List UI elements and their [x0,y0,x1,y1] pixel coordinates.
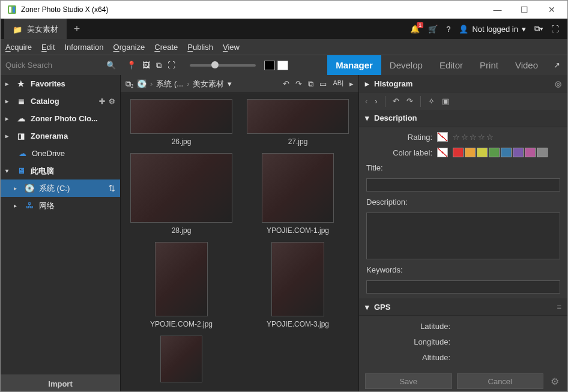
menu-information[interactable]: Information [65,43,104,52]
thumbnail-item[interactable]: YPOJIE.COM-3.jpg [244,242,352,328]
sidebar-this-pc[interactable]: ▾ 🖥 此电脑 [1,162,120,179]
thumbnail-size-slider[interactable] [190,64,256,67]
menu-publish[interactable]: Publish [187,43,213,52]
crop-icon[interactable]: ▣ [442,97,449,106]
thumbnail-item[interactable] [127,336,235,382]
mode-manager[interactable]: Manager [327,55,381,76]
sidebar-favorites[interactable]: ▸ ★ Favorites [1,75,120,92]
cart-icon[interactable]: 🛒 [428,25,438,34]
rotate-ccw-icon[interactable]: ↶ [393,97,399,106]
cloud-icon: ☁ [16,114,26,123]
sidebar-system-c[interactable]: ▸ 💽 系统 (C:) ⇅ [1,179,120,197]
color-swatch[interactable] [501,148,512,157]
compare-icon[interactable]: ⧉₂ [125,79,133,89]
chevron-right-icon[interactable]: ▸ [349,79,354,89]
quick-search[interactable]: Quick Search 🔍 [1,55,121,76]
menu-icon[interactable]: ≡ [557,303,561,312]
thumbnail-item[interactable]: 27.jpg [244,99,352,146]
colorlabel-clear[interactable] [437,148,448,157]
notifications-button[interactable]: 🔔 1 [410,25,420,34]
prev-icon[interactable]: ‹ [365,97,367,106]
rotate-left-icon[interactable]: ↶ [283,79,289,89]
chevron-right-icon: ▸ [365,79,369,88]
wand-icon[interactable]: ✧ [428,97,435,106]
thumbnail-image [130,99,232,134]
bg-dark-swatch[interactable] [264,61,275,70]
tab-add-button[interactable]: + [67,19,87,39]
login-dropdown[interactable]: 👤 Not logged in ▾ [459,25,526,34]
keywords-label: Keywords: [366,265,560,274]
keywords-input[interactable] [366,280,560,294]
settings-gear-icon[interactable]: ⚙ [548,376,561,387]
color-swatch[interactable] [537,148,548,157]
location-pin-icon[interactable]: 📍 [127,61,136,70]
color-swatch[interactable] [477,148,488,157]
menu-create[interactable]: Create [154,43,178,52]
slider-thumb[interactable] [211,61,219,68]
color-swatch[interactable] [513,148,524,157]
home-drive-icon[interactable]: 💽 [137,79,147,88]
layout-toggle-icon[interactable]: ⧉▾ [534,24,543,34]
color-swatch[interactable] [489,148,500,157]
help-icon[interactable]: ? [446,25,450,34]
import-button[interactable]: Import [1,375,120,392]
menu-acquire[interactable]: Acquire [5,43,32,52]
catalog-icon: ≣ [16,97,26,106]
section-gps-header[interactable]: ▾ GPS ≡ [359,298,567,316]
bg-light-swatch[interactable] [277,61,288,70]
rating-clear[interactable] [437,132,448,142]
sidebar-zonerama[interactable]: ▸ ◨ Zonerama [1,127,120,145]
fullscreen-icon[interactable]: ⛶ [551,25,559,34]
cancel-button[interactable]: Cancel [457,373,544,389]
updown-icon[interactable]: ⇅ [109,184,115,193]
select-icon[interactable]: ▭ [319,79,327,89]
window-maximize-button[interactable]: ☐ [511,1,538,19]
color-swatch[interactable] [465,148,476,157]
expand-icon[interactable]: ⛶ [168,61,175,70]
breadcrumb-folder[interactable]: 美女素材 [193,79,224,89]
breadcrumb-drive[interactable]: 系统 (... [156,79,183,89]
sidebar-catalog[interactable]: ▸ ≣ Catalog ✚⚙ [1,92,120,110]
tab-current-folder[interactable]: 📁 美女素材 [4,19,67,39]
menu-view[interactable]: View [223,43,240,52]
mode-editor[interactable]: Editor [431,55,471,76]
section-histogram-header[interactable]: ▸ Histogram ◎ [359,75,567,92]
thumbnail-item[interactable]: YPOJIE.COM-2.jpg [127,242,235,328]
mode-develop[interactable]: Develop [381,55,431,76]
window-close-button[interactable]: ✕ [538,1,565,19]
colorlabel-label: Color label: [366,148,432,157]
sidebar-zoner-cloud[interactable]: ▸ ☁ Zoner Photo Clo... [1,110,120,127]
section-description-header[interactable]: ▾ Description [359,110,567,127]
thumbnail-item[interactable]: 26.jpg [127,99,235,146]
save-button[interactable]: Save [365,373,452,389]
copy-icon[interactable]: ⧉ [308,79,313,89]
svg-rect-1 [9,7,11,13]
thumbnail-item[interactable]: YPOJIE.COM-1.jpg [244,153,352,235]
filter-tool-icon[interactable]: ⧉ [156,61,162,70]
title-input[interactable] [366,178,560,191]
color-swatch[interactable] [525,148,536,157]
add-icon[interactable]: ✚ [99,97,105,106]
external-link-icon[interactable]: ↗ [546,55,567,76]
rotate-right-icon[interactable]: ↷ [295,79,302,89]
sidebar-onedrive[interactable]: ☁ OneDrive [1,145,120,162]
color-swatch[interactable] [453,148,464,157]
mode-print[interactable]: Print [471,55,507,76]
menu-edit[interactable]: Edit [41,43,55,52]
menu-organize[interactable]: Organize [113,43,145,52]
sidebar-network[interactable]: ▸ 🖧 网络 [1,197,120,214]
image-tool-icon[interactable]: 🖼 [142,61,150,70]
next-icon[interactable]: › [375,97,377,106]
rotate-cw-icon[interactable]: ↷ [406,97,413,106]
thumbnail-grid: 26.jpg 27.jpg 28.jpg YPOJIE.COM-1.jpg [121,93,358,392]
window-minimize-button[interactable]: — [484,1,511,19]
rating-stars[interactable]: ☆☆☆☆☆ [453,133,495,142]
gear-icon[interactable]: ⚙ [109,97,115,106]
altitude-label: Altitude: [366,353,450,362]
description-textarea[interactable] [366,213,560,259]
thumbnail-item[interactable]: 28.jpg [127,153,235,235]
target-icon[interactable]: ◎ [555,79,561,88]
mode-video[interactable]: Video [507,55,546,76]
breadcrumb-dropdown-icon[interactable]: ▾ [228,79,232,88]
rename-icon[interactable]: AB| [333,79,343,89]
